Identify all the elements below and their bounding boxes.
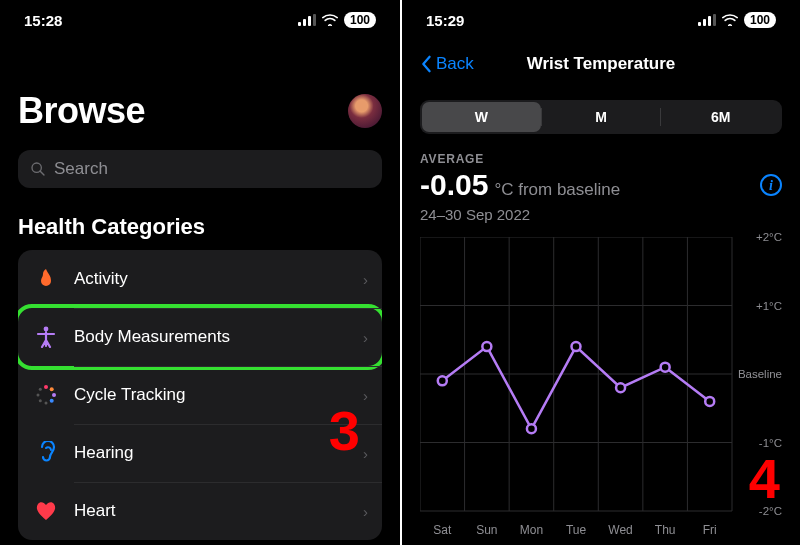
date-range: 24–30 Sep 2022 xyxy=(420,206,782,223)
svg-point-7 xyxy=(45,402,48,405)
heart-icon xyxy=(32,501,60,521)
body-icon xyxy=(32,326,60,348)
svg-point-30 xyxy=(616,383,625,392)
search-icon xyxy=(30,161,46,177)
category-label: Hearing xyxy=(74,443,363,463)
x-axis-tick: Sat xyxy=(433,523,451,537)
profile-avatar[interactable] xyxy=(348,94,382,128)
svg-point-31 xyxy=(661,363,670,372)
chevron-right-icon: › xyxy=(363,445,368,462)
wrist-temperature-screen: 15:29 100 Back Wrist Temperature W M 6M … xyxy=(400,0,800,545)
annotation-step-number: 3 xyxy=(329,398,360,463)
search-placeholder: Search xyxy=(54,159,108,179)
wifi-icon xyxy=(722,12,738,29)
svg-point-9 xyxy=(37,394,40,397)
status-time: 15:29 xyxy=(426,12,464,29)
time-range-segmented-control[interactable]: W M 6M xyxy=(420,100,782,134)
chevron-right-icon: › xyxy=(363,329,368,346)
x-axis-tick: Sun xyxy=(476,523,497,537)
svg-point-8 xyxy=(39,399,42,402)
chevron-right-icon: › xyxy=(363,271,368,288)
page-title: Browse xyxy=(18,90,145,132)
info-icon: i xyxy=(760,174,782,196)
x-axis-tick: Thu xyxy=(655,523,676,537)
average-unit: °C from baseline xyxy=(494,180,620,200)
x-axis-tick: Tue xyxy=(566,523,586,537)
category-activity[interactable]: Activity › xyxy=(18,250,382,308)
chevron-right-icon: › xyxy=(363,503,368,520)
category-hearing[interactable]: Hearing › xyxy=(18,424,382,482)
status-bar: 15:28 100 xyxy=(18,0,382,40)
y-axis-tick: Baseline xyxy=(738,368,782,380)
y-axis-tick: +1°C xyxy=(756,300,782,312)
battery-indicator: 100 xyxy=(744,12,776,28)
back-label: Back xyxy=(436,54,474,74)
category-cycle-tracking[interactable]: Cycle Tracking › xyxy=(18,366,382,424)
signal-icon xyxy=(698,14,716,26)
average-label: AVERAGE xyxy=(420,152,782,166)
average-summary: AVERAGE -0.05 °C from baseline 24–30 Sep… xyxy=(420,152,782,223)
svg-point-2 xyxy=(44,327,49,332)
section-title: Health Categories xyxy=(18,214,382,240)
nav-bar: Back Wrist Temperature xyxy=(420,42,782,86)
status-bar: 15:29 100 xyxy=(420,0,782,40)
cycle-icon xyxy=(32,384,60,406)
search-input[interactable]: Search xyxy=(18,150,382,188)
svg-point-6 xyxy=(50,399,54,403)
x-axis-tick: Mon xyxy=(520,523,543,537)
status-right: 100 xyxy=(698,12,776,29)
svg-point-4 xyxy=(50,387,54,391)
ear-icon xyxy=(32,441,60,465)
segment-six-months[interactable]: 6M xyxy=(661,102,780,132)
status-right: 100 xyxy=(298,12,376,29)
flame-icon xyxy=(32,268,60,290)
signal-icon xyxy=(298,14,316,26)
svg-point-29 xyxy=(572,342,581,351)
svg-point-3 xyxy=(44,385,48,389)
category-body-measurements[interactable]: Body Measurements › xyxy=(18,308,382,366)
category-label: Cycle Tracking xyxy=(74,385,363,405)
svg-point-26 xyxy=(438,376,447,385)
svg-point-27 xyxy=(482,342,491,351)
svg-point-5 xyxy=(52,393,56,397)
category-list: Activity › Body Measurements › xyxy=(18,250,382,540)
svg-text:i: i xyxy=(769,178,773,193)
status-time: 15:28 xyxy=(24,12,62,29)
category-label: Body Measurements xyxy=(74,327,363,347)
temperature-chart[interactable]: +2°C+1°CBaseline-1°C-2°CSatSunMonTueWedT… xyxy=(420,237,782,537)
average-value: -0.05 xyxy=(420,168,488,202)
svg-point-32 xyxy=(705,397,714,406)
wifi-icon xyxy=(322,12,338,29)
svg-point-28 xyxy=(527,424,536,433)
x-axis-tick: Wed xyxy=(608,523,632,537)
segment-week[interactable]: W xyxy=(422,102,541,132)
category-heart[interactable]: Heart › xyxy=(18,482,382,540)
annotation-step-number: 4 xyxy=(749,446,780,511)
category-label: Activity xyxy=(74,269,363,289)
x-axis-tick: Fri xyxy=(703,523,717,537)
browse-screen: 15:28 100 Browse Search Health Categorie… xyxy=(0,0,400,545)
svg-point-10 xyxy=(39,388,42,391)
chevron-left-icon xyxy=(420,55,432,73)
back-button[interactable]: Back xyxy=(420,54,474,74)
segment-month[interactable]: M xyxy=(542,102,661,132)
category-label: Heart xyxy=(74,501,363,521)
y-axis-tick: +2°C xyxy=(756,231,782,243)
svg-line-1 xyxy=(40,171,44,175)
info-button[interactable]: i xyxy=(760,174,782,196)
nav-title: Wrist Temperature xyxy=(527,54,676,74)
battery-indicator: 100 xyxy=(344,12,376,28)
chevron-right-icon: › xyxy=(363,387,368,404)
